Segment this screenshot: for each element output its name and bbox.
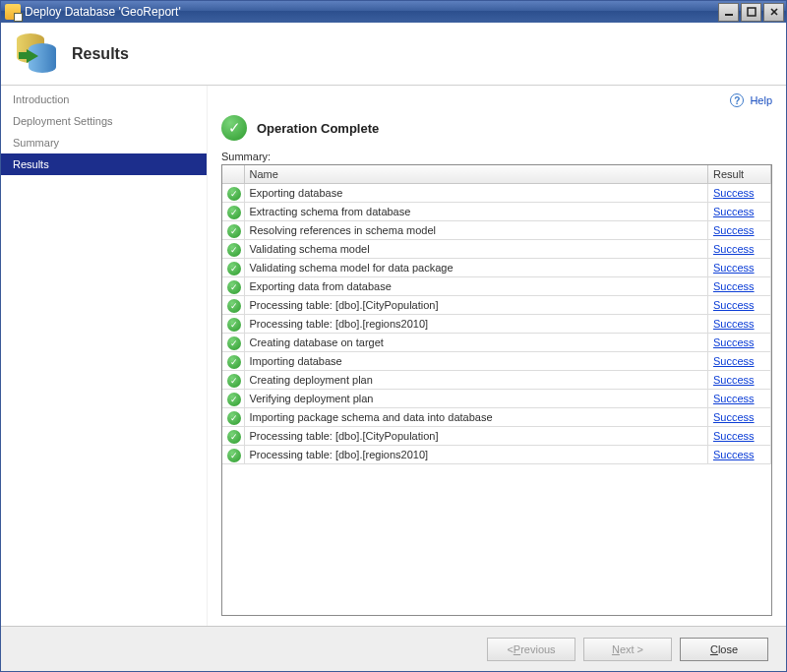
table-row[interactable]: ✓Importing package schema and data into … — [222, 408, 771, 427]
result-link[interactable]: Success — [713, 355, 755, 367]
table-row[interactable]: ✓Extracting schema from databaseSuccess — [222, 203, 771, 221]
close-button[interactable] — [763, 3, 784, 22]
table-row[interactable]: ✓Exporting databaseSuccess — [222, 184, 771, 203]
wizard-window: Deploy Database 'GeoReport' Results Intr… — [0, 0, 787, 672]
summary-grid-body: ✓Exporting databaseSuccess✓Extracting sc… — [222, 184, 771, 464]
table-row[interactable]: ✓Exporting data from databaseSuccess — [222, 277, 771, 296]
result-link[interactable]: Success — [713, 430, 755, 442]
row-name: Exporting database — [244, 184, 708, 203]
help-row: ? Help — [221, 93, 772, 115]
check-icon: ✓ — [227, 411, 241, 425]
check-icon: ✓ — [227, 430, 241, 444]
row-result: Success — [708, 184, 771, 203]
close-wizard-button[interactable]: Close — [680, 638, 768, 661]
row-result: Success — [708, 371, 771, 390]
titlebar: Deploy Database 'GeoReport' — [1, 1, 786, 23]
table-row[interactable]: ✓Processing table: [dbo].[regions2010]Su… — [222, 315, 771, 334]
table-row[interactable]: ✓Processing table: [dbo].[regions2010]Su… — [222, 446, 771, 464]
sidebar-item-deployment-settings[interactable]: Deployment Settings — [1, 110, 207, 132]
check-icon: ✓ — [227, 299, 241, 313]
deploy-database-icon — [15, 31, 60, 77]
col-status-icon[interactable] — [222, 165, 244, 184]
row-name: Processing table: [dbo].[regions2010] — [244, 315, 708, 334]
check-icon: ✓ — [227, 393, 241, 406]
wizard-steps-sidebar: IntroductionDeployment SettingsSummaryRe… — [1, 86, 208, 626]
result-link[interactable]: Success — [713, 224, 755, 236]
operation-status-row: ✓ Operation Complete — [221, 115, 772, 141]
result-link[interactable]: Success — [713, 393, 755, 404]
row-status-icon: ✓ — [222, 334, 244, 352]
result-link[interactable]: Success — [713, 187, 755, 199]
row-result: Success — [708, 240, 771, 259]
table-row[interactable]: ✓Validating schema model for data packag… — [222, 259, 771, 277]
row-name: Validating schema model — [244, 240, 708, 259]
row-status-icon: ✓ — [222, 221, 244, 240]
result-link[interactable]: Success — [713, 449, 755, 460]
svg-rect-1 — [748, 8, 756, 16]
wizard-footer: < Previous Next > Close — [1, 626, 786, 671]
result-link[interactable]: Success — [713, 318, 755, 330]
row-name: Processing table: [dbo].[CityPopulation] — [244, 296, 708, 315]
row-result: Success — [708, 277, 771, 296]
result-link[interactable]: Success — [713, 299, 755, 311]
check-icon: ✓ — [227, 336, 241, 350]
next-button: Next > — [583, 638, 672, 661]
table-row[interactable]: ✓Creating database on targetSuccess — [222, 334, 771, 352]
table-row[interactable]: ✓Resolving references in schema modelSuc… — [222, 221, 771, 240]
previous-button: < Previous — [487, 638, 575, 661]
row-status-icon: ✓ — [222, 296, 244, 315]
result-link[interactable]: Success — [713, 336, 755, 348]
row-result: Success — [708, 334, 771, 352]
sidebar-item-summary[interactable]: Summary — [1, 132, 207, 153]
help-icon: ? — [730, 93, 744, 107]
window-buttons — [718, 3, 784, 22]
result-link[interactable]: Success — [713, 374, 755, 386]
result-link[interactable]: Success — [713, 243, 755, 255]
maximize-button[interactable] — [741, 3, 761, 22]
row-name: Importing database — [244, 352, 708, 371]
svg-rect-0 — [725, 14, 733, 16]
result-link[interactable]: Success — [713, 262, 755, 274]
table-row[interactable]: ✓Creating deployment planSuccess — [222, 371, 771, 390]
row-status-icon: ✓ — [222, 315, 244, 334]
check-icon: ✓ — [227, 187, 241, 201]
row-status-icon: ✓ — [222, 259, 244, 277]
minimize-button[interactable] — [718, 3, 739, 22]
row-result: Success — [708, 446, 771, 464]
table-row[interactable]: ✓Processing table: [dbo].[CityPopulation… — [222, 296, 771, 315]
check-icon: ✓ — [227, 243, 241, 257]
check-icon: ✓ — [227, 262, 241, 275]
row-name: Creating deployment plan — [244, 371, 708, 390]
result-link[interactable]: Success — [713, 280, 755, 292]
col-result[interactable]: Result — [708, 165, 771, 184]
row-name: Exporting data from database — [244, 277, 708, 296]
row-name: Verifying deployment plan — [244, 390, 708, 408]
row-status-icon: ✓ — [222, 277, 244, 296]
wizard-header: Results — [1, 23, 786, 86]
row-result: Success — [708, 315, 771, 334]
row-result: Success — [708, 390, 771, 408]
row-status-icon: ✓ — [222, 240, 244, 259]
check-icon: ✓ — [227, 449, 241, 462]
help-link[interactable]: Help — [750, 94, 772, 106]
check-icon: ✓ — [227, 355, 241, 369]
summary-grid: Name Result ✓Exporting databaseSuccess✓E… — [222, 165, 771, 464]
result-link[interactable]: Success — [713, 206, 755, 217]
row-name: Creating database on target — [244, 334, 708, 352]
app-icon — [5, 4, 21, 20]
table-row[interactable]: ✓Verifying deployment planSuccess — [222, 390, 771, 408]
col-name[interactable]: Name — [244, 165, 708, 184]
table-row[interactable]: ✓Validating schema modelSuccess — [222, 240, 771, 259]
row-status-icon: ✓ — [222, 427, 244, 446]
table-row[interactable]: ✓Processing table: [dbo].[CityPopulation… — [222, 427, 771, 446]
success-icon: ✓ — [221, 115, 247, 141]
row-status-icon: ✓ — [222, 446, 244, 464]
row-name: Processing table: [dbo].[regions2010] — [244, 446, 708, 464]
result-link[interactable]: Success — [713, 411, 755, 423]
check-icon: ✓ — [227, 224, 241, 238]
sidebar-item-introduction[interactable]: Introduction — [1, 89, 207, 110]
row-name: Importing package schema and data into d… — [244, 408, 708, 427]
row-result: Success — [708, 203, 771, 221]
sidebar-item-results[interactable]: Results — [1, 153, 207, 175]
table-row[interactable]: ✓Importing databaseSuccess — [222, 352, 771, 371]
